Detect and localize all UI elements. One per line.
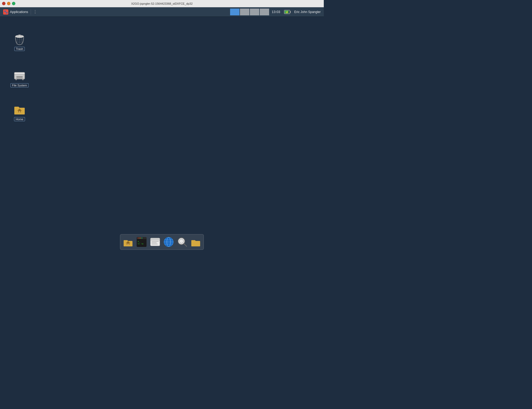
filesystem-icon[interactable]: File System [8,69,31,87]
home-icon-image [13,103,26,116]
window-title: X2GO-jspngler-52-1564423368_stDXFCE_dp32 [131,2,193,5]
svg-point-12 [15,35,24,38]
svg-rect-18 [22,79,24,80]
svg-rect-29 [150,238,160,240]
svg-point-24 [140,238,141,239]
svg-line-41 [184,244,187,246]
window-controls [2,2,15,5]
svg-rect-19 [19,111,20,112]
taskbar-right: 13:03 ⚡ Eric John Spangler [230,9,322,15]
taskbar-more-button[interactable]: ⋮ [32,9,38,14]
svg-point-25 [141,238,142,239]
trash-label: Trash [14,47,25,51]
dock-browser[interactable] [162,236,175,248]
svg-rect-1 [290,11,291,13]
svg-point-23 [138,238,139,239]
battery-indicator: ⚡ [283,9,292,15]
home-label: Home [14,117,25,121]
title-bar: X2GO-jspngler-52-1564423368_stDXFCE_dp32 [0,0,324,7]
desktop: Trash File System [0,17,324,234]
svg-text:⚡: ⚡ [286,11,289,14]
taskbar-separator [31,9,31,15]
trash-icon-image [13,32,26,46]
taskbar-time: 13:03 [270,10,282,14]
battery-icon: ⚡ [284,9,291,15]
dock-terminal[interactable]: >_ ls -la [135,236,148,248]
svg-rect-15 [16,76,23,77]
applications-menu[interactable]: 🐾 Applications [2,9,30,15]
filesystem-icon-image [13,69,26,82]
minimize-button[interactable] [7,2,10,5]
taskbar: 🐾 Applications ⋮ 13:03 ⚡ Eric John Spang… [0,7,324,17]
taskbar-user: Eric John Spangler [293,10,322,14]
taskbar-button-4[interactable] [260,9,269,15]
dock: >_ ls -la [120,234,204,250]
dock-home-folder[interactable] [122,236,134,248]
home-icon[interactable]: Home [8,103,31,121]
svg-rect-14 [14,72,25,74]
dock-documents[interactable] [189,236,202,248]
close-button[interactable] [2,2,5,5]
taskbar-button-3[interactable] [250,9,259,15]
maximize-button[interactable] [12,2,15,5]
svg-rect-31 [151,241,159,242]
filesystem-label: File System [10,83,28,87]
svg-rect-32 [151,242,157,243]
trash-icon[interactable]: Trash [8,32,31,51]
dock-file-manager[interactable] [149,236,161,248]
svg-rect-33 [151,244,158,244]
svg-rect-16 [16,78,23,79]
svg-rect-17 [15,79,17,80]
svg-text:>_: >_ [138,240,140,243]
app-menu-label: Applications [10,10,28,14]
app-menu-icon: 🐾 [3,9,8,15]
dock-search[interactable] [176,236,188,248]
svg-rect-20 [127,244,129,245]
svg-text:ls -la: ls -la [138,243,143,245]
taskbar-button-2[interactable] [240,9,249,15]
taskbar-button-1[interactable] [230,9,239,15]
